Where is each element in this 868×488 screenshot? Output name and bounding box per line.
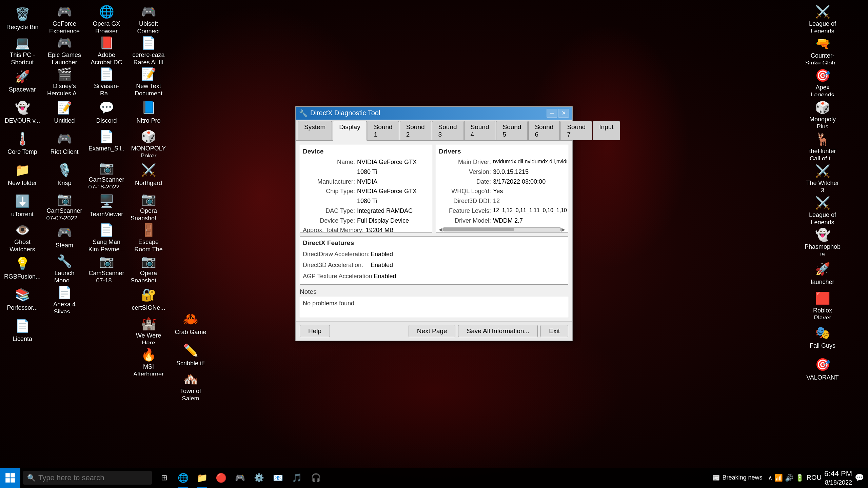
icon-northgard[interactable]: ⚔️ Northgard [128,159,169,190]
extra-taskbar5[interactable]: 🎧 [307,468,326,488]
start-button[interactable] [0,468,20,488]
icon-town-of-salem[interactable]: 🏘️ Town of Salem [170,371,211,401]
icon-apex[interactable]: 🎯 Apex Legends [802,67,843,98]
icon-we-were-here[interactable]: 🏰 We Were Here [128,315,169,346]
tab-sound5[interactable]: Sound 5 [496,121,528,140]
task-view-button[interactable]: ⊞ [155,468,174,488]
icon-msi-afterburner[interactable]: 🔥 MSI Afterburner [128,346,169,377]
icon-nitro-pro[interactable]: 📘 Nitro Pro [128,97,169,127]
icon-devour[interactable]: 👻 DEVOUR v... [2,97,43,127]
language-indicator[interactable]: ROU [807,474,822,482]
icon-label: Phasmophobia [804,243,841,256]
icon-cerere[interactable]: 📄 cerere-caza Rares AI III [128,35,169,65]
icon-monopoly-poker[interactable]: 🎲 MONOPOLY Poker [128,128,169,159]
news-icon: 📰 [712,474,720,482]
icon-fall-guys[interactable]: 🎭 Fall Guys [802,322,843,352]
driver-scrollbar[interactable]: ◀ ▶ [439,227,565,232]
icon-riot-client[interactable]: 🎮 Riot Client [44,128,85,159]
icon-geforce[interactable]: 🎮 GeForce Experience [44,3,85,34]
icon-league2[interactable]: ⚔️ League of Legends [802,195,843,225]
icon-witcher[interactable]: ⚔️ The Witcher 3 [802,163,843,193]
icon-adobe-acrobat[interactable]: 📕 Adobe Acrobat DC [86,35,127,65]
tab-sound3[interactable]: Sound 3 [432,121,463,140]
icon-teamviewer[interactable]: 🖥️ TeamViewer [86,190,127,221]
icon-escape-room[interactable]: 🚪 Escape Room The Sick C... [128,222,169,252]
file-explorer-taskbar[interactable]: 📁 [193,468,212,488]
opera-taskbar[interactable]: 🔴 [212,468,231,488]
hunter-icon: 🦌 [814,132,831,146]
icon-label: Untitled [54,117,75,125]
tab-sound7[interactable]: Sound 7 [560,121,592,140]
icon-hunter[interactable]: 🦌 theHunter Call of t... [802,131,843,161]
icon-new-text[interactable]: 📝 New Text Document [128,66,169,96]
icon-launcher[interactable]: 🚀 launcher [802,258,843,289]
extra-taskbar1[interactable]: 🎮 [231,468,250,488]
tab-sound4[interactable]: Sound 4 [464,121,496,140]
icon-scribble[interactable]: ✏️ Scribble it! [170,340,211,370]
next-page-button[interactable]: Next Page [409,325,456,337]
icon-steam[interactable]: 🎮 Steam [44,222,85,252]
tab-sound2[interactable]: Sound 2 [400,121,431,140]
icon-krisp[interactable]: 🎙️ Krisp [44,159,85,190]
tab-system[interactable]: System [298,121,332,140]
icon-rgb-fusion[interactable]: 💡 RGBFusion... [2,253,43,283]
tab-input[interactable]: Input [593,121,620,140]
help-button[interactable]: Help [300,325,330,337]
icon-certsign[interactable]: 🔐 certSIGNe... [128,284,169,314]
icon-camscanner2[interactable]: 📷 CamScanner 07-18-2022... [86,159,127,190]
icon-crab-game[interactable]: 🦀 Crab Game [170,308,211,339]
icon-monopoly-plus[interactable]: 🎲 Monopoly Plus [802,99,843,129]
escape-icon: 🚪 [140,223,157,237]
extra-taskbar4[interactable]: 🎵 [288,468,307,488]
icon-silvasan[interactable]: 📄 Silvasan-Ra... [86,66,127,96]
taskbar-search[interactable]: 🔍 [23,471,152,485]
icon-utorrent[interactable]: ⬇️ uTorrent [2,190,43,221]
icon-disneys[interactable]: 🎬 Disney's Hercules A... [44,66,85,96]
icon-this-pc[interactable]: 💻 This PC - Shortcut [2,35,43,65]
network-icon[interactable]: 📶 [774,474,783,482]
icon-opera-snap3[interactable]: 📷 Opera Snapshot_2... [128,253,169,283]
icon-phasmophobia[interactable]: 👻 Phasmophobia [802,226,843,257]
icon-new-folder[interactable]: 📁 New folder [2,159,43,190]
exit-button[interactable]: Exit [540,325,568,337]
sound-icon[interactable]: 🔊 [785,474,793,482]
icon-spacewar[interactable]: 🚀 Spacewar [2,66,43,96]
icon-core-temp[interactable]: 🌡️ Core Temp [2,128,43,159]
icon-csgo[interactable]: 🔫 Counter-Strike Global Offensive [802,35,843,66]
icon-professor[interactable]: 📚 Porfessor... [2,284,43,314]
icon-camscanner3[interactable]: 📷 CamScanner 07-18... [86,253,127,283]
icon-league[interactable]: ⚔️ League of Legends [802,3,843,34]
extra-taskbar2[interactable]: ⚙️ [250,468,269,488]
icon-anexa4[interactable]: 📄 Anexa 4 Silvas... [44,284,85,314]
icon-examen[interactable]: 📄 Examen_Sil... [86,128,127,159]
notification-button[interactable]: 💬 [855,473,864,482]
professor-icon: 📚 [14,287,31,303]
system-clock[interactable]: 6:44 PM 8/18/2022 [824,469,852,487]
edge-taskbar[interactable]: 🌐 [174,468,193,488]
icon-opera-gx[interactable]: 🌐 Opera GX Browser [86,3,127,34]
tab-sound1[interactable]: Sound 1 [368,121,399,140]
feature-directdraw: DirectDraw Acceleration: Enabled [303,249,565,260]
icon-ghost-watchers[interactable]: 👁️ Ghost Watchers [2,222,43,252]
tab-sound6[interactable]: Sound 6 [528,121,560,140]
minimize-button[interactable]: ─ [547,109,557,118]
search-input[interactable] [38,473,148,482]
close-button[interactable]: ✕ [558,109,569,118]
tray-expand[interactable]: ∧ [768,474,772,482]
tab-display[interactable]: Display [333,121,367,141]
icon-epic-games[interactable]: 🎮 Epic Games Launcher [44,35,85,65]
icon-opera-snap2[interactable]: 📷 Opera Snapshot_2... [128,190,169,221]
icon-camscanner1[interactable]: 📷 CamScanner 07-07-2022... [44,190,85,221]
icon-recycle-bin[interactable]: 🗑️ Recycle Bin [2,3,43,34]
icon-untitled[interactable]: 📝 Untitled [44,97,85,127]
icon-roblox[interactable]: 🟥 Roblox Player [802,290,843,321]
save-all-button[interactable]: Save All Information... [458,325,538,337]
icon-discord[interactable]: 💬 Discord [86,97,127,127]
icon-licenta[interactable]: 📄 Licenta [2,315,43,346]
icon-ubisoft[interactable]: 🎮 Ubisoft Connect [128,3,169,34]
extra-taskbar3[interactable]: 📧 [269,468,288,488]
icon-launch-mono[interactable]: 🔧 Launch Mono... [44,253,85,283]
icon-sang-man[interactable]: 📄 Sang Man Kim Payme... [86,222,127,252]
news-ticker[interactable]: 📰 Breaking news [712,474,763,482]
icon-valorant[interactable]: 🎯 VALORANT [802,354,843,384]
